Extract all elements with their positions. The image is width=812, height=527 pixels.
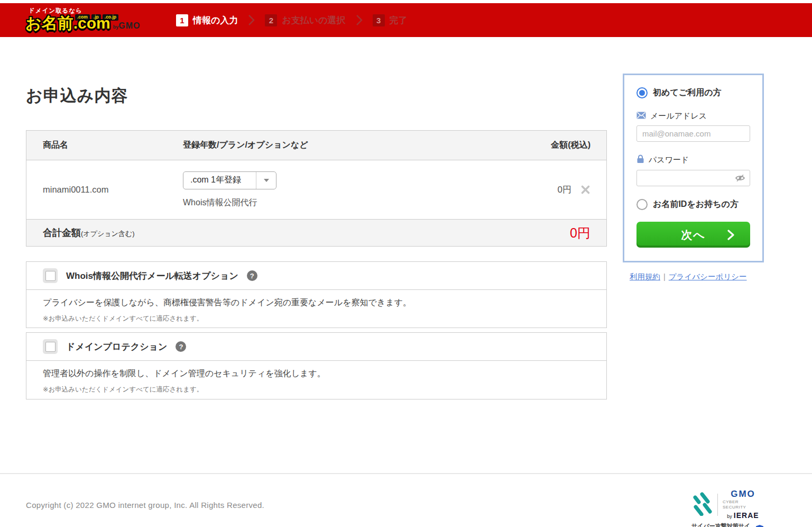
toggle-password-visibility-icon[interactable] [735, 174, 745, 182]
help-icon[interactable]: ? [247, 270, 257, 281]
password-input[interactable] [636, 170, 750, 186]
whois-option-text: Whois情報公開代行 [183, 197, 495, 208]
next-button-label: 次へ [681, 229, 706, 241]
radio-first-time-user[interactable]: 初めてご利用の方 [636, 87, 750, 98]
cyber-security-text: CYBER SECURITY [723, 499, 763, 511]
domain-protection-option-head: ドメインプロテクション ? [26, 333, 606, 361]
progress-steps: 1 情報の入力 2 お支払いの選択 3 完了 [176, 3, 408, 37]
domain-protection-label: ドメインプロテクション [66, 341, 167, 353]
whois-mail-option-desc: プライバシーを保護しながら、商標権侵害警告等のドメイン宛の重要なメールを察知でき… [26, 290, 606, 323]
logo-by-label: by [113, 24, 119, 30]
copyright-text: Copyright (c) 2022 GMO internet group, I… [26, 501, 264, 510]
step-separator-icon [355, 14, 363, 26]
remove-row-icon[interactable] [580, 185, 590, 195]
step-2-payment-select: 2 お支払いの選択 [265, 14, 345, 26]
step-1-info-input: 1 情報の入力 [176, 14, 238, 26]
order-table-row: minami0011.com .com 1年登録 Whois情報公開代行 0円 [26, 160, 606, 220]
whois-mail-option-checkbox[interactable] [43, 268, 58, 283]
option-description: プライバシーを保護しながら、商標権侵害警告等のドメイン宛の重要なメールを察知でき… [43, 297, 590, 308]
logo-divider [717, 494, 718, 516]
email-label: メールアドレス [650, 111, 707, 121]
col-header-product: 商品名 [26, 140, 183, 151]
ierae-wordmark: IERAE [734, 511, 759, 520]
step-2-label: お支払いの選択 [282, 14, 345, 26]
by-text: by [727, 514, 732, 519]
order-table-total-row: 合計金額(オプション含む) 0円 [26, 220, 606, 246]
option-note: ※お申込みいただくドメインすべてに適応されます。 [43, 385, 590, 394]
shield-check-icon [756, 525, 763, 527]
domain-protection-checkbox[interactable] [43, 339, 58, 354]
domain-protection-option-box: ドメインプロテクション ? 管理者以外の操作を制限し、ドメイン管理のセキュリティ… [26, 332, 607, 399]
total-label: 合計金額 [43, 228, 81, 238]
step-1-number: 1 [176, 14, 188, 26]
privacy-policy-link[interactable]: プライバシーポリシー [669, 272, 747, 281]
radio-existing-id-label: お名前IDをお持ちの方 [653, 199, 739, 210]
gmo-wordmark: GMO [731, 489, 755, 499]
page: ドメイン取るなら .com .jp .co.jp お名前.combyGMO 1 … [0, 0, 812, 527]
option-note: ※お申込みいただくドメインすべてに適応されます。 [43, 314, 590, 323]
dropdown-arrow-icon [256, 172, 276, 189]
gmo-cybersecurity-logo: GMO CYBER SECURITY by IERAE サイバー攻撃対策サイト [691, 489, 763, 527]
radio-unselected-icon[interactable] [636, 199, 648, 210]
ierae-stripes-icon [691, 492, 714, 518]
step-3-label: 完了 [390, 14, 408, 26]
whois-mail-option-head: Whois情報公開代行メール転送オプション ? [26, 262, 606, 290]
lock-icon [636, 155, 644, 166]
step-separator-icon [247, 14, 255, 26]
help-icon[interactable]: ? [176, 341, 186, 352]
email-field-label: メールアドレス [636, 111, 750, 121]
terms-link[interactable]: 利用規約 [630, 272, 660, 281]
step-3-number: 3 [373, 14, 385, 26]
password-field-label: パスワード [636, 155, 750, 166]
order-table: 商品名 登録年数/プラン/オプションなど 金額(税込) minami0011.c… [26, 130, 607, 247]
domain-name: minami0011.com [43, 185, 108, 194]
password-label: パスワード [649, 155, 689, 165]
step-2-number: 2 [265, 14, 277, 26]
plan-select-dropdown[interactable]: .com 1年登録 [183, 171, 276, 189]
onamae-logo[interactable]: ドメイン取るなら .com .jp .co.jp お名前.combyGMO [21, 5, 143, 36]
col-header-plan: 登録年数/プラン/オプションなど [183, 140, 495, 151]
logo-brand-text: お名前.com [25, 14, 110, 32]
whois-mail-option-label: Whois情報公開代行メール転送オプション [66, 270, 238, 282]
policy-links: 利用規約|プライバシーポリシー [630, 272, 747, 282]
row-amount: 0円 [558, 184, 571, 196]
links-separator: | [663, 272, 666, 281]
logo-brand: お名前.combyGMO [25, 13, 140, 34]
radio-selected-icon[interactable] [636, 87, 648, 98]
next-button[interactable]: 次へ [636, 222, 750, 248]
page-title: お申込み内容 [26, 85, 128, 107]
login-panel: 初めてご利用の方 メールアドレス パスワード お名前IDをお持ちの方 [623, 74, 764, 262]
step-3-complete: 3 完了 [373, 14, 408, 26]
col-header-amount: 金額(税込) [495, 140, 606, 151]
total-sublabel: (オプション含む) [81, 230, 135, 238]
next-chevron-icon [727, 230, 734, 243]
radio-existing-id-user[interactable]: お名前IDをお持ちの方 [636, 199, 750, 210]
logo-gmo-text: GMO [118, 21, 140, 30]
radio-first-time-label: 初めてご利用の方 [653, 87, 722, 98]
mail-icon [636, 112, 646, 121]
order-table-header: 商品名 登録年数/プラン/オプションなど 金額(税込) [26, 131, 606, 160]
plan-select-value: .com 1年登録 [183, 172, 256, 189]
header-bar: ドメイン取るなら .com .jp .co.jp お名前.combyGMO 1 … [0, 3, 812, 37]
total-amount: 0円 [570, 224, 590, 242]
whois-mail-option-box: Whois情報公開代行メール転送オプション ? プライバシーを保護しながら、商標… [26, 261, 607, 328]
email-input[interactable] [636, 125, 750, 142]
footer-divider [0, 473, 812, 474]
domain-protection-desc: 管理者以外の操作を制限し、ドメイン管理のセキュリティを強化します。 ※お申込みい… [26, 361, 606, 394]
step-1-label: 情報の入力 [193, 14, 238, 26]
security-caption: サイバー攻撃対策サイト [691, 522, 754, 527]
option-description: 管理者以外の操作を制限し、ドメイン管理のセキュリティを強化します。 [43, 368, 590, 379]
